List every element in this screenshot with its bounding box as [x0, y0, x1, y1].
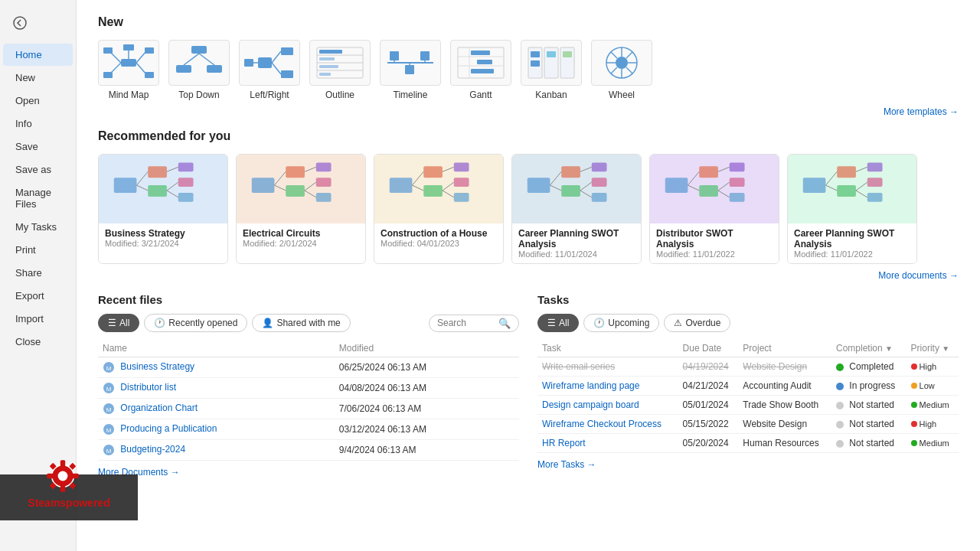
files-table: Name Modified M Business Strategy 06/25/… — [98, 340, 519, 461]
template-wheel[interactable]: Wheel — [591, 40, 652, 100]
template-left-right[interactable]: Left/Right — [239, 40, 300, 100]
tasks-col-due: Due Date — [678, 340, 739, 357]
rec-thumb — [237, 155, 365, 223]
table-row[interactable]: M Business Strategy 06/25/2024 06:13 AM — [98, 357, 519, 378]
tasks-filter-overdue[interactable]: ⚠ Overdue — [664, 314, 730, 332]
tasks-filter-upcoming[interactable]: 🕐 Upcoming — [583, 314, 659, 332]
rec-card-4[interactable]: Distributor SWOT Analysis Modified: 11/0… — [649, 154, 779, 264]
sidebar-item-import[interactable]: Import — [3, 308, 73, 330]
project-cell: Website Design — [738, 415, 831, 434]
template-icon — [98, 40, 159, 86]
rec-card-2[interactable]: Construction of a House Modified: 04/01/… — [374, 154, 504, 264]
sidebar-item-open[interactable]: Open — [3, 90, 73, 112]
table-row[interactable]: M Distributor list 04/08/2024 06:13 AM — [98, 378, 519, 399]
more-docs-link[interactable]: More documents → — [98, 270, 959, 281]
tasks-filter-all[interactable]: ☰ All — [537, 314, 579, 332]
file-link[interactable]: Producing a Publication — [120, 423, 217, 434]
svg-rect-20 — [281, 47, 293, 55]
more-templates-link[interactable]: More templates → — [98, 106, 959, 117]
rec-name: Electrical Circuits — [243, 228, 359, 239]
template-mind-map[interactable]: Mind Map — [98, 40, 159, 100]
sidebar-item-share[interactable]: Share — [3, 262, 73, 284]
template-top-down[interactable]: Top Down — [168, 40, 230, 100]
priority-badge: Medium — [911, 400, 949, 409]
file-link[interactable]: Budgeting-2024 — [120, 444, 185, 455]
table-row[interactable]: Wireframe landing page 04/21/2024 Accoun… — [537, 377, 959, 396]
template-outline[interactable]: Outline — [309, 40, 371, 100]
sidebar-item-new[interactable]: New — [3, 67, 73, 89]
sidebar-item-print[interactable]: Print — [3, 239, 73, 261]
table-row[interactable]: Design campaign board 05/01/2024 Trade S… — [537, 396, 959, 415]
tasks-col-priority: Priority ▼ — [906, 340, 959, 357]
file-link[interactable]: Business Strategy — [120, 361, 194, 372]
template-icon — [450, 40, 511, 86]
rec-card-1[interactable]: Electrical Circuits Modified: 2/01/2024 — [236, 154, 366, 264]
files-search-input[interactable] — [437, 318, 498, 328]
table-row[interactable]: HR Report 05/20/2024 Human Resources Not… — [537, 434, 959, 453]
rec-modified: Modified: 11/01/2022 — [656, 249, 773, 259]
table-row[interactable]: Write email series 04/19/2024 Website De… — [537, 357, 959, 377]
svg-rect-89 — [454, 178, 469, 187]
files-filter-shared-with-me[interactable]: 👤 Shared with me — [252, 314, 350, 332]
table-row[interactable]: Wireframe Checkout Process 05/15/2022 We… — [537, 415, 959, 434]
rec-modified: Modified: 2/01/2024 — [243, 239, 359, 248]
sidebar-item-close[interactable]: Close — [3, 331, 73, 353]
rec-card-5[interactable]: Career Planning SWOT Analysis Modified: … — [787, 154, 917, 264]
svg-line-59 — [611, 52, 617, 58]
priority-dot — [911, 421, 917, 427]
svg-rect-11 — [123, 44, 134, 51]
rec-modified: Modified: 3/21/2024 — [105, 239, 221, 248]
more-documents-link[interactable]: More Documents → — [98, 467, 180, 478]
sidebar-item-save-as[interactable]: Save as — [3, 158, 73, 181]
files-filter-recently-opened[interactable]: 🕐 Recently opened — [144, 314, 247, 332]
template-icon — [380, 40, 441, 86]
svg-line-62 — [611, 67, 617, 73]
svg-line-14 — [199, 54, 214, 65]
template-gantt[interactable]: Gantt — [450, 40, 511, 100]
files-search-box[interactable]: 🔍 — [429, 315, 519, 332]
file-name-cell: M Business Strategy — [98, 357, 335, 378]
table-row[interactable]: M Budgeting-2024 9/4/2024 06:13 AM — [98, 440, 519, 461]
files-filter-all[interactable]: ☰ All — [98, 314, 139, 332]
svg-line-84 — [305, 191, 316, 197]
svg-line-102 — [550, 171, 561, 185]
task-link[interactable]: HR Report — [542, 438, 586, 448]
svg-line-104 — [580, 167, 592, 171]
due-date-cell: 04/19/2024 — [678, 357, 739, 377]
sidebar-item-info[interactable]: Info — [3, 112, 73, 135]
svg-rect-29 — [319, 57, 335, 60]
more-tasks-link[interactable]: More Tasks → — [537, 459, 596, 470]
task-link[interactable]: Wireframe Checkout Process — [542, 419, 662, 429]
task-link[interactable]: Wireframe landing page — [542, 380, 639, 391]
svg-rect-86 — [423, 166, 443, 178]
back-button[interactable] — [6, 9, 34, 37]
svg-line-69 — [136, 171, 148, 185]
task-link[interactable]: Design campaign board — [542, 399, 639, 410]
recommended-title: Recommended for you — [98, 129, 959, 143]
svg-rect-77 — [316, 162, 332, 171]
sidebar-item-export[interactable]: Export — [3, 285, 73, 307]
sidebar-item-manage-files[interactable]: Manage Files — [3, 181, 73, 215]
svg-rect-96 — [528, 178, 550, 193]
svg-rect-51 — [547, 51, 556, 57]
file-modified-cell: 06/25/2024 06:13 AM — [335, 357, 519, 378]
template-timeline[interactable]: Timeline — [380, 40, 441, 100]
rec-modified: Modified: 11/01/2022 — [794, 249, 910, 259]
rec-card-0[interactable]: Business Strategy Modified: 3/21/2024 — [98, 154, 228, 264]
sidebar-item-save[interactable]: Save — [3, 135, 73, 158]
priority-cell: Medium — [906, 396, 959, 415]
due-date-cell: 05/01/2024 — [678, 396, 739, 415]
tasks-col-completion: Completion ▼ — [831, 340, 906, 357]
template-label: Wheel — [609, 90, 635, 100]
rec-card-3[interactable]: Career Planning SWOT Analysis Modified: … — [511, 154, 642, 264]
file-link[interactable]: Organization Chart — [120, 403, 198, 413]
file-link[interactable]: Distributor list — [120, 382, 176, 393]
table-row[interactable]: M Organization Chart 7/06/2024 06:13 AM — [98, 399, 519, 419]
file-name-cell: M Producing a Publication — [98, 419, 335, 440]
svg-line-116 — [718, 182, 730, 191]
sidebar-item-my-tasks[interactable]: My Tasks — [3, 216, 73, 238]
tasks-col-task: Task — [537, 340, 678, 357]
sidebar-item-home[interactable]: Home — [3, 44, 73, 66]
template-kanban[interactable]: Kanban — [521, 40, 582, 100]
table-row[interactable]: M Producing a Publication 03/12/2024 06:… — [98, 419, 519, 440]
